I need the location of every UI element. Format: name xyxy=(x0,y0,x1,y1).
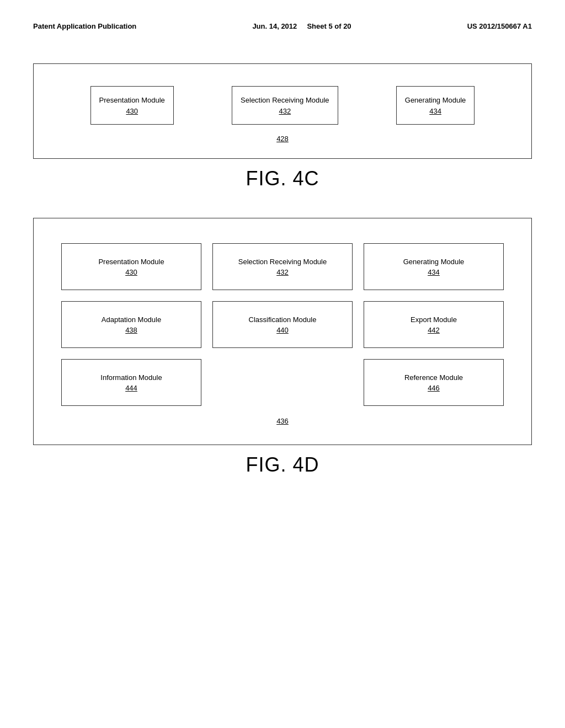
header-right: US 2012/150667 A1 xyxy=(467,22,532,30)
presentation-module-430-4d-label: Presentation Module xyxy=(98,257,164,267)
generating-module-434-4c: Generating Module 434 xyxy=(396,86,475,125)
selection-receiving-module-432-4c: Selection Receiving Module 432 xyxy=(232,86,338,125)
fig4d-modules-container: Presentation Module 430 Selection Receiv… xyxy=(45,229,520,433)
information-module-444-4d-number: 444 xyxy=(125,384,137,392)
presentation-module-430-4c-number: 430 xyxy=(126,107,138,115)
export-module-442-4d-number: 442 xyxy=(428,326,440,334)
header-sheet: Sheet 5 of 20 xyxy=(307,22,351,30)
generating-module-434-4c-number: 434 xyxy=(429,107,441,115)
adaptation-module-438-4d-number: 438 xyxy=(125,326,137,334)
fig4c-outer-number: 428 xyxy=(45,135,520,147)
export-module-442-4d-label: Export Module xyxy=(411,315,457,325)
selection-receiving-module-432-4d-label: Selection Receiving Module xyxy=(238,257,327,267)
reference-module-446-4d-label: Reference Module xyxy=(404,373,463,383)
selection-receiving-module-432-4c-number: 432 xyxy=(279,107,291,115)
fig4d-section: Presentation Module 430 Selection Receiv… xyxy=(33,218,532,477)
header-left: Patent Application Publication xyxy=(33,22,136,30)
fig4d-diagram-box: Presentation Module 430 Selection Receiv… xyxy=(33,218,532,445)
fig4d-outer-number: 436 xyxy=(61,417,504,428)
fig4d-caption: FIG. 4D xyxy=(33,453,532,477)
adaptation-module-438-4d: Adaptation Module 438 xyxy=(61,301,201,348)
page-header: Patent Application Publication Jun. 14, … xyxy=(33,22,532,30)
presentation-module-430-4c-label: Presentation Module xyxy=(99,95,165,105)
fig4c-modules-container: Presentation Module 430 Selection Receiv… xyxy=(45,75,520,130)
generating-module-434-4d: Generating Module 434 xyxy=(364,243,504,290)
generating-module-434-4d-number: 434 xyxy=(428,268,440,276)
information-module-444-4d-label: Information Module xyxy=(100,373,162,383)
empty-middle-cell xyxy=(212,359,353,406)
reference-module-446-4d-number: 446 xyxy=(428,384,440,392)
selection-receiving-module-432-4d: Selection Receiving Module 432 xyxy=(212,243,353,290)
header-center: Jun. 14, 2012 Sheet 5 of 20 xyxy=(252,22,351,30)
export-module-442-4d: Export Module 442 xyxy=(364,301,504,348)
presentation-module-430-4d: Presentation Module 430 xyxy=(61,243,201,290)
fig4c-section: Presentation Module 430 Selection Receiv… xyxy=(33,63,532,190)
presentation-module-430-4d-number: 430 xyxy=(125,268,137,276)
reference-module-446-4d: Reference Module 446 xyxy=(364,359,504,406)
selection-receiving-module-432-4d-number: 432 xyxy=(276,268,289,276)
header-date: Jun. 14, 2012 xyxy=(252,22,297,30)
page: Patent Application Publication Jun. 14, … xyxy=(0,0,565,728)
presentation-module-430-4c: Presentation Module 430 xyxy=(90,86,174,125)
fig4c-caption: FIG. 4C xyxy=(33,167,532,190)
generating-module-434-4d-label: Generating Module xyxy=(403,257,465,267)
selection-receiving-module-432-4c-label: Selection Receiving Module xyxy=(241,95,329,105)
fig4c-diagram-box: Presentation Module 430 Selection Receiv… xyxy=(33,63,532,159)
classification-module-440-4d-label: Classification Module xyxy=(249,315,317,325)
generating-module-434-4c-label: Generating Module xyxy=(405,95,466,105)
classification-module-440-4d: Classification Module 440 xyxy=(212,301,353,348)
adaptation-module-438-4d-label: Adaptation Module xyxy=(102,315,161,325)
classification-module-440-4d-number: 440 xyxy=(276,326,289,334)
information-module-444-4d: Information Module 444 xyxy=(61,359,201,406)
